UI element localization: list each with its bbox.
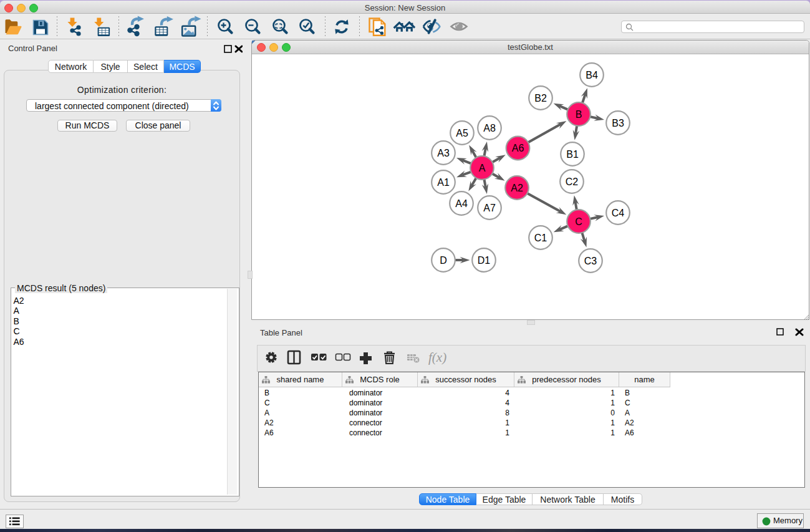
svg-text:B1: B1 [566, 149, 579, 160]
svg-text:A8: A8 [483, 123, 496, 133]
svg-text:A5: A5 [456, 128, 468, 138]
svg-text:A4: A4 [455, 198, 468, 209]
svg-text:B2: B2 [534, 93, 547, 104]
svg-text:A1: A1 [437, 177, 450, 188]
svg-text:C3: C3 [584, 256, 597, 266]
svg-text:C4: C4 [612, 208, 625, 218]
svg-text:B4: B4 [586, 70, 598, 80]
svg-text:D: D [440, 255, 447, 266]
svg-text:A2: A2 [511, 183, 523, 193]
svg-text:C1: C1 [534, 233, 547, 243]
svg-text:B: B [576, 109, 582, 120]
svg-text:f(x): f(x) [428, 350, 446, 365]
svg-text:D1: D1 [478, 255, 491, 266]
svg-text:A3: A3 [437, 148, 450, 158]
svg-text:B3: B3 [612, 118, 624, 128]
svg-text:A6: A6 [512, 143, 524, 153]
svg-text:A7: A7 [483, 203, 496, 213]
svg-text:C: C [575, 216, 582, 227]
svg-text:A: A [479, 163, 486, 173]
svg-text:C2: C2 [566, 177, 579, 187]
